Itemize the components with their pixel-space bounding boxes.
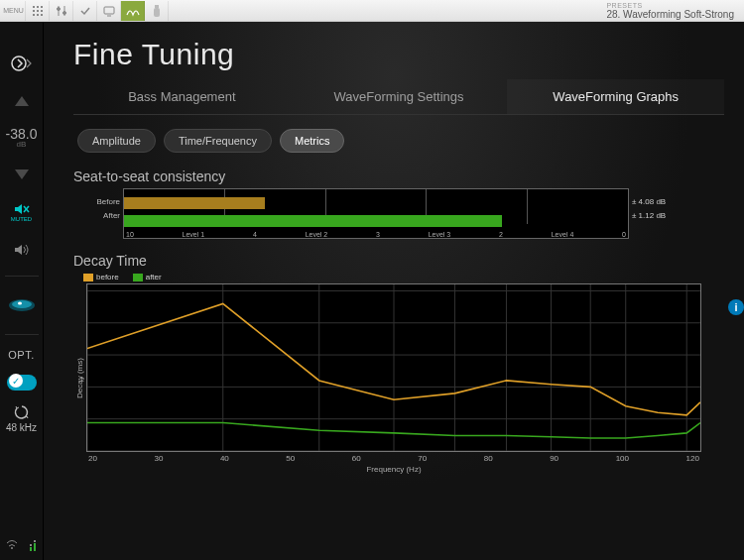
check-icon[interactable]: [73, 1, 97, 21]
page-title: Fine Tuning: [73, 38, 724, 71]
svg-point-12: [62, 11, 65, 14]
bar-after-label: After: [82, 211, 120, 220]
tab-waveforming-graphs[interactable]: WaveForming Graphs: [507, 79, 724, 114]
preset-selector[interactable]: PRESETS 28. Waveforming Soft-Strong: [596, 0, 744, 22]
subtab-metrics[interactable]: Metrics: [280, 129, 344, 153]
bar-axis-ticks: 10 Level 1 4 Level 2 3 Level 3 2 Level 4…: [124, 231, 628, 238]
bottle-icon[interactable]: [145, 1, 169, 21]
tuning-icon[interactable]: [121, 1, 145, 21]
opt-label: OPT.: [8, 349, 34, 361]
svg-rect-4: [37, 10, 39, 12]
sliders-icon[interactable]: [50, 1, 73, 21]
optimizer-toggle[interactable]: [7, 375, 37, 391]
mute-label: MUTED: [11, 216, 32, 222]
svg-rect-2: [41, 6, 43, 8]
bar-after: [124, 215, 502, 227]
info-button[interactable]: i: [728, 299, 744, 315]
svg-rect-7: [37, 14, 39, 16]
svg-point-22: [18, 302, 22, 305]
svg-rect-3: [33, 10, 35, 12]
bar-before-value: ± 4.08 dB: [632, 197, 687, 206]
svg-rect-0: [33, 6, 35, 8]
wifi-icon[interactable]: [5, 538, 19, 554]
decay-yticks: 1: [72, 283, 84, 474]
svg-rect-16: [154, 8, 160, 17]
grid-icon[interactable]: [26, 1, 50, 21]
clock-section[interactable]: 48 kHz: [6, 404, 37, 433]
screen-icon[interactable]: [97, 1, 121, 21]
legend-swatch-after: [133, 274, 143, 281]
svg-point-21: [12, 300, 32, 308]
svg-point-23: [11, 547, 13, 549]
main-tabs: Bass Management WaveForming Settings Wav…: [73, 79, 724, 115]
preset-label: PRESETS: [606, 2, 642, 9]
decay-time-section: Decay Time before after Decay (ms) 1: [73, 253, 724, 474]
decay-xticks: 20 30 40 50 60 70 80 90 100 120: [86, 454, 701, 463]
svg-rect-27: [34, 540, 36, 542]
decay-legend: before after: [83, 273, 724, 281]
svg-rect-6: [33, 14, 35, 16]
svg-rect-25: [34, 543, 36, 551]
decay-xaxis-label: Frequency (Hz): [86, 465, 701, 474]
gain-down-button[interactable]: [7, 163, 37, 186]
gain-value: -38.0: [6, 127, 38, 141]
bypass-icon[interactable]: [7, 52, 37, 75]
left-sidebar: -38.0 dB MUTED OPT. 48 kHz: [0, 22, 44, 560]
meter-icon[interactable]: [28, 538, 38, 554]
decay-chart: [86, 283, 701, 452]
svg-rect-5: [41, 10, 43, 12]
tab-waveforming-settings[interactable]: WaveForming Settings: [291, 79, 508, 114]
preset-value: 28. Waveforming Soft-Strong: [606, 9, 734, 20]
gain-unit: dB: [17, 141, 27, 149]
svg-rect-24: [30, 547, 32, 551]
legend-swatch-before: [83, 274, 93, 281]
bar-before: [124, 197, 265, 209]
svg-rect-26: [30, 544, 32, 546]
bar-after-value: ± 1.12 dB: [632, 211, 687, 220]
mute-button[interactable]: MUTED: [7, 200, 37, 224]
seat-consistency-section: Seat-to-seat consistency Before ± 4.08 d…: [73, 168, 724, 239]
subtab-amplitude[interactable]: Amplitude: [77, 129, 156, 153]
svg-rect-15: [155, 5, 159, 8]
gain-readout: -38.0 dB: [6, 127, 38, 149]
clock-rate: 48 kHz: [6, 422, 37, 433]
svg-point-11: [57, 7, 60, 10]
svg-rect-8: [41, 14, 43, 16]
sub-tabs: Amplitude Time/Frequency Metrics: [73, 115, 724, 167]
decay-title: Decay Time: [73, 253, 724, 269]
tab-bass-management[interactable]: Bass Management: [73, 79, 291, 114]
seat-bar-chart: Before ± 4.08 dB After ± 1.12 dB 10 Leve…: [123, 188, 629, 239]
os-toolbar: MENU PRESETS 28. Waveforming Soft-Strong: [0, 0, 744, 22]
svg-rect-13: [104, 7, 114, 14]
dim-button[interactable]: [7, 238, 37, 262]
content-area: Fine Tuning Bass Management WaveForming …: [44, 22, 744, 560]
source-icon[interactable]: [7, 290, 37, 320]
seat-title: Seat-to-seat consistency: [73, 168, 724, 184]
subtab-time-frequency[interactable]: Time/Frequency: [164, 129, 272, 153]
menu-button[interactable]: MENU: [2, 1, 26, 21]
gain-up-button[interactable]: [7, 89, 37, 113]
svg-rect-1: [37, 6, 39, 8]
bar-before-label: Before: [82, 197, 120, 206]
svg-point-17: [12, 56, 26, 70]
